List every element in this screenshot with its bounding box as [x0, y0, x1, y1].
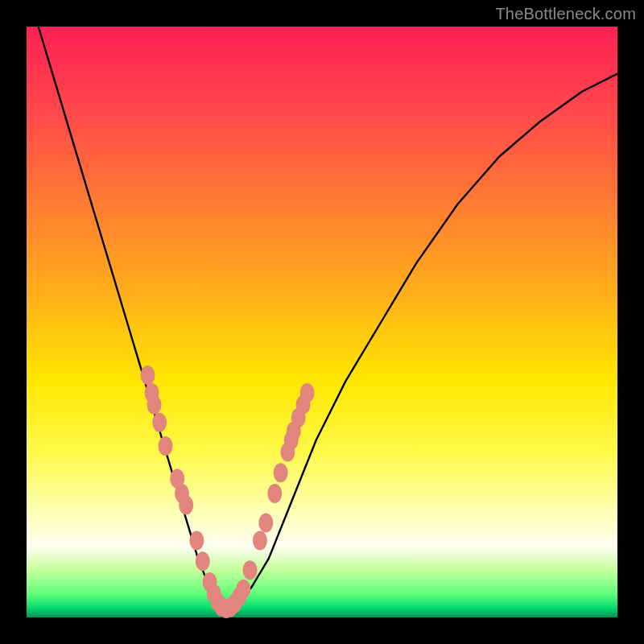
plot-area — [27, 27, 617, 617]
curve-marker — [189, 531, 204, 551]
curve-marker — [300, 383, 315, 402]
curve-marker — [141, 365, 155, 385]
chart-stage: TheBottleneck.com — [0, 0, 644, 644]
curve-marker — [253, 531, 267, 551]
chart-svg — [27, 27, 617, 617]
curve-marker — [236, 580, 250, 599]
curve-marker — [258, 514, 273, 533]
curve-marker — [159, 436, 173, 456]
watermark-text: TheBottleneck.com — [495, 5, 636, 23]
curve-marker — [274, 463, 288, 482]
curve-marker — [147, 395, 162, 415]
curve-marker — [243, 560, 258, 580]
curve-marker — [179, 496, 193, 515]
bottleneck-curve — [27, 0, 617, 605]
curve-marker — [267, 484, 282, 503]
curve-markers — [141, 365, 315, 618]
curve-marker — [196, 551, 210, 571]
curve-marker — [152, 413, 167, 432]
